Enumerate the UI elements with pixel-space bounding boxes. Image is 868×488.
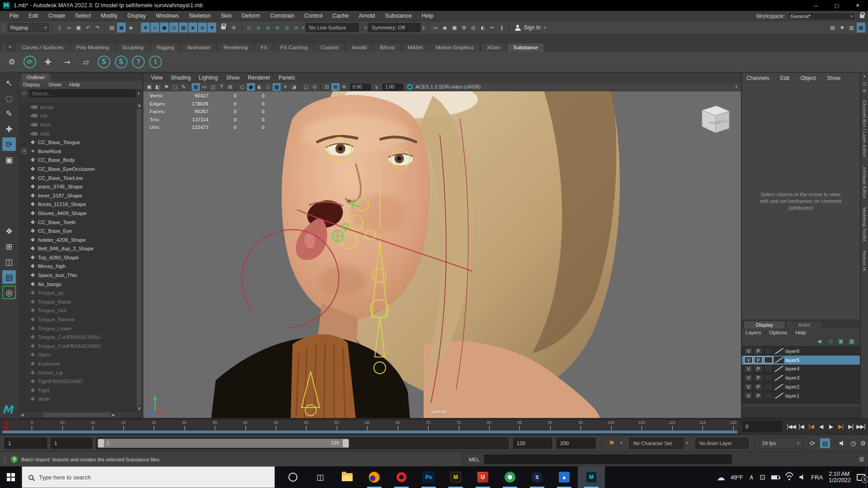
step-forward-frame-button[interactable]: ▶| <box>846 421 855 432</box>
hypershade-icon[interactable]: ◎ <box>469 23 478 33</box>
opera-icon[interactable] <box>388 466 415 488</box>
shelf-tab-animation[interactable]: Animation <box>181 43 217 52</box>
new-scene-icon[interactable]: ▯ <box>55 23 64 33</box>
layer-playback-toggle[interactable]: P <box>754 384 763 390</box>
rotate-tool-icon[interactable]: ⟳ <box>2 137 16 151</box>
save-scene-icon[interactable]: ▣ <box>74 23 83 33</box>
sign-in-button[interactable]: Sign In ▾ <box>512 23 580 33</box>
menu-constrain[interactable]: Constrain <box>265 13 300 19</box>
menu-create[interactable]: Create <box>43 13 71 19</box>
panel-layout-icon[interactable]: ⊡ <box>323 83 331 91</box>
output-connections-icon[interactable]: ⊚ <box>254 23 263 33</box>
toggle-outliner-icon[interactable]: ▤ <box>828 23 837 33</box>
shelf-tab-fx[interactable]: FX <box>255 43 274 52</box>
menu-display[interactable]: Display <box>123 13 151 19</box>
layer-playback-toggle[interactable]: P <box>754 347 763 354</box>
field-chart-icon[interactable]: ⊞ <box>226 83 234 91</box>
layer-editor-tab-display[interactable]: Display <box>744 321 785 328</box>
notification-center-icon[interactable]: 5 <box>857 474 865 481</box>
outliner-menu-show[interactable]: Show <box>48 82 61 87</box>
toolbar-grip[interactable] <box>3 23 5 32</box>
outliner-item-front[interactable]: front <box>19 120 136 129</box>
maximize-button[interactable]: ▢ <box>826 0 847 11</box>
snap-to-view-plane-icon[interactable]: ▦ <box>179 23 188 33</box>
scroll-down-icon[interactable]: ▼ <box>137 406 142 412</box>
shelf-grip[interactable] <box>3 43 5 51</box>
shelf-tab-custom[interactable]: Custom <box>314 43 345 52</box>
single-pane-layout-icon[interactable]: ❖ <box>2 224 16 238</box>
xray-icon[interactable]: ◻ <box>302 83 310 91</box>
open-render-view-icon[interactable]: ▭ <box>431 23 440 33</box>
symmetry-field[interactable]: Symmetry: Off <box>368 23 420 32</box>
animation-start-field[interactable] <box>5 438 47 449</box>
pin-icon[interactable]: ▾ <box>863 74 866 79</box>
menu-deform[interactable]: Deform <box>237 13 265 19</box>
layer-visibility-toggle[interactable]: V <box>744 392 753 399</box>
menu-cache[interactable]: Cache <box>327 13 354 19</box>
battery-icon[interactable] <box>771 475 779 479</box>
chrome-icon[interactable] <box>496 466 524 488</box>
channel-menu-edit[interactable]: Edit <box>780 75 790 81</box>
step-forward-key-button[interactable]: ▶| <box>836 421 845 432</box>
layer-display-type-toggle[interactable] <box>764 347 773 354</box>
outliner-item-messy-high[interactable]: ❖Messy_high <box>19 262 136 271</box>
shadows-icon[interactable]: ◑ <box>290 83 298 91</box>
scroll-right-icon[interactable]: ▶ <box>111 413 116 417</box>
side-tab-attribute-editor[interactable]: Attribute Editor <box>862 162 867 203</box>
outliner-horizontal-scrollbar[interactable]: ◀ ▶ <box>19 412 136 418</box>
layer-playback-toggle[interactable]: P <box>754 357 763 363</box>
snap-together-icon[interactable]: ⊕ <box>198 23 207 33</box>
outliner-item-top-4280-shape[interactable]: ❖Top_4280_Shape <box>19 253 136 262</box>
pause-viewport-icon[interactable]: ‖ <box>498 23 506 33</box>
flat-shade-icon[interactable]: ◐ <box>255 83 264 91</box>
outliner-item-tongue-raise[interactable]: ❖Tongue_Raise <box>19 297 136 306</box>
viewport-renderer-icon[interactable]: ⊠ <box>331 83 340 91</box>
resolution-gate-icon[interactable]: ◫ <box>209 83 217 91</box>
lock-selection-icon[interactable] <box>217 23 227 33</box>
shelf-tab-motion-graphics[interactable]: Motion Graphics <box>429 43 480 52</box>
layer-move-up-icon[interactable]: ◀ <box>816 338 823 345</box>
select-by-object-icon[interactable]: ▣ <box>117 23 126 33</box>
render-settings-icon[interactable]: ⚙ <box>460 23 468 33</box>
layer-color-swatch[interactable] <box>774 357 784 363</box>
menu-modify[interactable]: Modify <box>96 13 123 19</box>
channel-menu-channels[interactable]: Channels <box>746 75 769 81</box>
search-filter-dropdown-icon[interactable]: ▾ <box>137 91 141 96</box>
menu-skin[interactable]: Skin <box>216 13 236 19</box>
snap-to-projected-center-icon[interactable]: ◎ <box>170 23 178 33</box>
substance-folder-icon[interactable]: ▱ <box>79 55 93 69</box>
shelf-info-icon[interactable]: i <box>149 56 162 68</box>
viewport-canvas[interactable]: Verts:9041700Edges:17863900Faces:9026700… <box>143 91 741 418</box>
select-by-hierarchy-icon[interactable]: ▤ <box>108 23 116 33</box>
outliner-item-cc-base-eye[interactable]: ❖CC_Base_Eye <box>19 226 136 235</box>
maya-taskbar-icon[interactable]: M <box>578 466 605 488</box>
lasso-tool-icon[interactable]: ◌ <box>2 91 16 105</box>
outliner-persp-layout-icon[interactable]: ▤ <box>2 270 16 284</box>
modeling-guides-icon[interactable]: ⊖ <box>283 23 291 33</box>
outliner-menu-help[interactable]: Help <box>70 82 80 87</box>
four-pane-layout-icon[interactable]: ⊞ <box>2 239 16 253</box>
close-button[interactable]: ✕ <box>847 0 868 11</box>
layer-move-down-icon[interactable]: ◁ <box>826 338 834 345</box>
minimize-button[interactable]: — <box>806 0 826 11</box>
side-tab-modeling-toolkit[interactable]: Modeling Toolkit <box>862 203 867 246</box>
menu-help[interactable]: Help <box>417 13 439 19</box>
layer-color-swatch[interactable] <box>774 384 784 390</box>
exposure-field[interactable]: 0.00 <box>350 84 371 90</box>
play-forwards-button[interactable]: ▶ <box>826 421 835 432</box>
step-back-key-button[interactable]: |◀ <box>807 421 816 432</box>
camera-bookmark-icon[interactable]: ⚑ <box>162 83 170 91</box>
launch-application-icon[interactable]: ✂ <box>488 23 497 33</box>
outliner-item-wide[interactable]: ❖Wide <box>19 395 136 404</box>
outliner-item-boneroot[interactable]: +✦BoneRoot <box>19 147 136 156</box>
shelf-tab-rigging[interactable]: Rigging <box>150 43 180 52</box>
new-empty-layer-icon[interactable]: ▣ <box>837 338 844 345</box>
substance-workflow-icon[interactable]: ⟳ <box>24 56 36 68</box>
layer-color-swatch[interactable] <box>774 347 784 354</box>
snap-to-point-icon[interactable]: ● <box>160 23 169 33</box>
anim-layer-select[interactable]: No Anim Layer <box>695 438 749 449</box>
image-plane-icon[interactable]: ▢ <box>171 83 179 91</box>
paint-select-tool-icon[interactable]: ✎ <box>2 107 16 120</box>
camera-attributes-icon[interactable]: ◧ <box>154 83 162 91</box>
layer-display-type-toggle[interactable] <box>764 375 773 381</box>
